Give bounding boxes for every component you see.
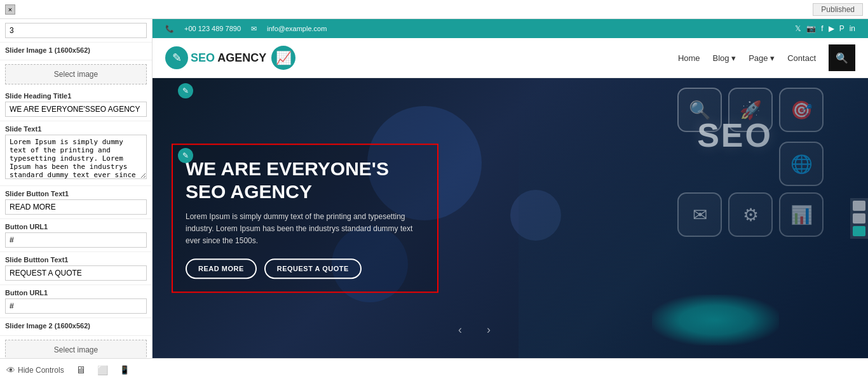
youtube-icon[interactable]: ▶ [829,24,834,33]
hero-slider: SEO 🎯 🚀 🔍 🌐 📊 ⚙ ✉ ✎ ✎ WE ARE EVERYONE [153,78,868,358]
slider-image1-label: Slider Image 1 (1600x562) [5,46,147,54]
main-layout: 3 Slider Image 1 (1600x562) Select image… [0,19,868,358]
hide-controls-label: Hide Controls [18,366,64,375]
eye-icon: 👁 [6,365,15,375]
left-panel: 3 Slider Image 1 (1600x562) Select image… [0,19,153,358]
logo-text: SEO AGENCY [191,51,266,65]
nav-page[interactable]: Page ▾ [749,53,775,63]
close-button[interactable]: × [5,4,15,15]
button-url2-input[interactable]: # [5,298,147,314]
button-url1-field: Button URL1 # [0,219,152,252]
button-url2-label: Button URL1 [5,289,147,297]
hero-heading: WE ARE EVERYONE'S SEO AGENCY [186,157,424,203]
email-icon: ✉ [251,25,257,33]
button-url1-input[interactable]: # [5,232,147,248]
top-bar: × Published [0,0,868,19]
nav-home[interactable]: Home [678,53,700,63]
select-image2-button[interactable]: Select image [5,340,147,358]
desktop-icon[interactable]: 🖥 [76,364,86,376]
twitter-icon[interactable]: 𝕏 [795,24,801,33]
mobile-icon[interactable]: 📱 [119,365,130,375]
facebook-icon[interactable]: f [821,24,823,33]
linkedin-icon[interactable]: in [850,24,855,33]
button-url2-field: Button URL1 # [0,285,152,318]
select-image1-button[interactable]: Select image [5,64,147,84]
nav-contact[interactable]: Contact [787,53,816,63]
topbar-contact: 📞 +00 123 489 7890 ✉ info@example.com [165,25,327,33]
site-logo: ✎ SEO AGENCY 📈 [165,46,295,70]
slider-image2-label: Slider Image 2 (1600x562) [5,322,147,330]
slider-image1-section: Slider Image 1 (1600x562) [0,43,152,60]
logo-circle: ✎ [165,46,188,69]
hero-buttons: READ MORE REQUEST A QUOTE [186,258,424,279]
slider-prev-button[interactable]: ‹ [453,321,467,339]
site-nav: Home Blog ▾ Page ▾ Contact 🔍 [678,44,855,71]
slide-button2-label: Slide Buttton Text1 [5,256,147,264]
phone-icon: 📞 [165,25,174,33]
bottom-controls: 👁 Hide Controls 🖥 ⬜ 📱 [0,358,868,381]
slide-text1-label: Slide Text1 [5,125,147,133]
hero-btn-quote[interactable]: REQUEST A QUOTE [264,258,362,279]
panel-icon-1[interactable] [853,201,865,211]
email-address: info@example.com [267,25,327,32]
pinterest-icon[interactable]: P [839,24,844,33]
site-navbar: ✎ SEO AGENCY 📈 Home Blog ▾ Page ▾ Contac… [153,38,868,77]
slider-number-field: 3 [0,19,152,43]
instagram-icon[interactable]: 📷 [806,24,816,33]
slide-button2-field: Slide Buttton Text1 REQUEST A QUOTE [0,252,152,285]
topbar-social: 𝕏 📷 f ▶ P in [795,24,855,33]
button-url1-label: Button URL1 [5,223,147,231]
right-panel-icons [850,198,868,239]
slide-heading1-input[interactable]: WE ARE EVERYONE'SSEO AGENCY [5,102,147,117]
search-button[interactable]: 🔍 [829,44,855,71]
slider-number-input[interactable]: 3 [5,23,147,38]
logo-chart-icon: 📈 [271,46,295,70]
nav-blog[interactable]: Blog ▾ [713,53,736,63]
published-button[interactable]: Published [813,3,863,16]
phone-number: +00 123 489 7890 [184,25,241,32]
edit-pencil-middle[interactable]: ✎ [178,148,193,163]
slide-text1-textarea[interactable]: Lorem Ipsum is simply dummy text of the … [5,135,147,179]
hero-content-box: WE ARE EVERYONE'S SEO AGENCY Lorem Ipsum… [172,144,438,293]
social-icons: 𝕏 📷 f ▶ P in [795,24,855,33]
website-preview: 📞 +00 123 489 7890 ✉ info@example.com 𝕏 … [153,19,868,358]
slider-image2-section: Slider Image 2 (1600x562) [0,318,152,336]
slider-button1-label: Slider Button Text1 [5,190,147,197]
site-topbar: 📞 +00 123 489 7890 ✉ info@example.com 𝕏 … [153,19,868,38]
hide-controls-button[interactable]: 👁 Hide Controls [6,365,64,375]
panel-icon-3[interactable] [853,226,865,236]
slide-text1-field: Slide Text1 Lorem Ipsum is simply dummy … [0,121,152,186]
slide-button2-input[interactable]: REQUEST A QUOTE [5,265,147,281]
hero-btn-readmore[interactable]: READ MORE [186,258,257,279]
slider-next-button[interactable]: › [482,321,496,339]
site-header: 📞 +00 123 489 7890 ✉ info@example.com 𝕏 … [153,19,868,78]
published-btn[interactable]: Published [813,3,863,16]
panel-icon-2[interactable] [853,213,865,224]
slide-heading1-field: Slide Heading Title1 WE ARE EVERYONE'SSE… [0,88,152,121]
hero-text: Lorem Ipsum is simply dummy text of the … [186,211,424,248]
person-overlay [519,78,868,358]
slider-button1-input[interactable]: READ MORE [5,199,147,215]
slide-heading1-label: Slide Heading Title1 [5,92,147,100]
edit-pencil-top[interactable]: ✎ [178,83,193,98]
tablet-icon[interactable]: ⬜ [97,365,108,375]
top-bar-left: × [5,4,15,15]
slider-button1-field: Slider Button Text1 READ MORE [0,186,152,219]
